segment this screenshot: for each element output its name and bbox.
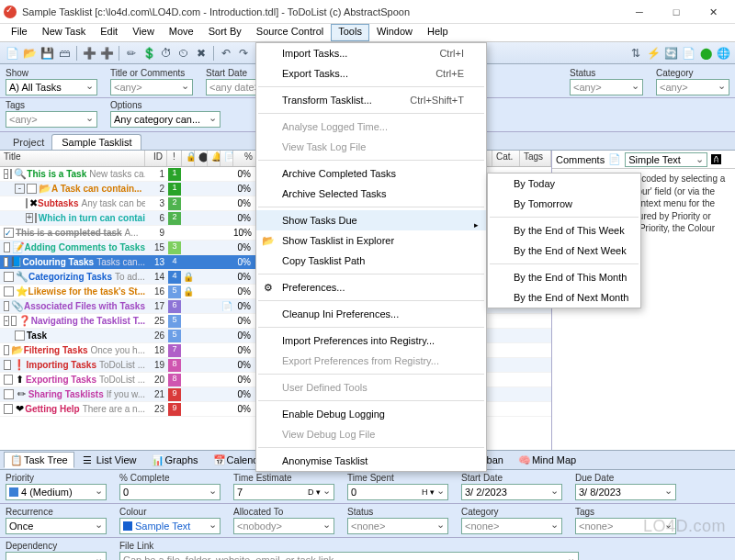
menu-sortby[interactable]: Sort By	[201, 24, 249, 41]
prop-category[interactable]: <none>	[461, 518, 562, 534]
open-icon[interactable]: 📂	[21, 45, 38, 62]
save-icon[interactable]: 💾	[39, 45, 55, 62]
comments-font-btn[interactable]: 🅰	[711, 154, 721, 165]
menu-help[interactable]: Help	[420, 24, 456, 41]
menuitem-show-tasks-due[interactable]: Show Tasks Due	[256, 210, 486, 230]
show-combo[interactable]: A) All Tasks	[6, 79, 97, 95]
prop-recurrence[interactable]: Once	[6, 518, 107, 534]
col-priority[interactable]: !	[167, 151, 182, 166]
menuitem-anonymise-tasklist[interactable]: Anonymise Tasklist	[256, 451, 486, 471]
prop-label: Start Date	[461, 473, 562, 483]
menu-newtask[interactable]: New Task	[35, 24, 93, 41]
col-reminder[interactable]: 🔔	[208, 151, 220, 166]
project-tab[interactable]: Sample Tasklist	[51, 134, 141, 150]
titlefilter-combo[interactable]: <any>	[110, 79, 193, 95]
undo-icon[interactable]: ↶	[218, 45, 234, 62]
prop-status[interactable]: <none>	[347, 518, 448, 534]
prop-priority[interactable]: 4 (Medium)	[6, 484, 107, 500]
menuitem-by-the-end-of-next-month[interactable]: By the End of Next Month	[488, 287, 640, 308]
menuitem-export-tasks-[interactable]: Export Tasks...Ctrl+E	[256, 63, 486, 84]
menuitem-import-tasks-[interactable]: Import Tasks...Ctrl+I	[256, 43, 486, 63]
delete-icon[interactable]: ✖	[193, 45, 209, 62]
menuitem-cleanup-ini-preferences-[interactable]: Cleanup Ini Preferences...	[256, 304, 486, 324]
menuitem-archive-completed-tasks[interactable]: Archive Completed Tasks	[256, 163, 486, 184]
doc-icon[interactable]: 📄	[680, 45, 696, 62]
timer-icon[interactable]: ⏲	[175, 45, 192, 62]
saveall-icon[interactable]: 🗃	[56, 45, 73, 62]
project-label: Project	[6, 135, 51, 150]
redo-icon[interactable]: ↷	[235, 45, 252, 62]
newsubtask-icon[interactable]: ➕	[98, 45, 115, 62]
menu-tools[interactable]: Tools	[331, 24, 369, 41]
col-cat[interactable]: Cat.	[492, 151, 520, 166]
menuitem-show-tasklist-in-explorer[interactable]: 📂Show Tasklist in Explorer	[256, 230, 486, 251]
menuitem-import-preferences-into-registry-[interactable]: Import Preferences into Registry...	[256, 330, 486, 351]
show-label: Show	[6, 68, 97, 78]
menuitem-view-debug-log-file: View Debug Log File	[256, 424, 486, 444]
prop-startdate[interactable]: 3/ 2/2023	[461, 484, 562, 500]
menuitem-archive-selected-tasks[interactable]: Archive Selected Tasks	[256, 184, 486, 204]
close-button[interactable]: ✕	[695, 2, 731, 22]
options-combo[interactable]: Any category can...	[110, 111, 220, 128]
menuitem-preferences-[interactable]: ⚙Preferences...	[256, 277, 486, 297]
prop-timeestimate[interactable]: 7 D ▾	[233, 484, 334, 500]
menuitem-by-the-end-of-this-month[interactable]: By the End of This Month	[488, 267, 640, 287]
col-dep[interactable]: ⬤	[195, 151, 208, 166]
prop-duedate[interactable]: 3/ 8/2023	[575, 484, 676, 500]
showtasksdue-submenu[interactable]: By TodayBy TomorrowBy the End of This We…	[487, 173, 641, 308]
col-file[interactable]: 📄	[220, 151, 233, 166]
menu-view[interactable]: View	[125, 24, 162, 41]
prop-dependency[interactable]	[6, 552, 107, 560]
cost-icon[interactable]: 💲	[141, 45, 157, 62]
newtask-icon[interactable]: ➕	[81, 45, 97, 62]
web-icon[interactable]: 🌐	[715, 45, 731, 62]
menuitem-copy-tasklist-path[interactable]: Copy Tasklist Path	[256, 251, 486, 271]
prop-colour[interactable]: Sample Text	[119, 518, 220, 534]
new-icon[interactable]: 📄	[4, 45, 20, 62]
bolt-icon[interactable]: ⚡	[645, 45, 662, 62]
view-tab-list-view[interactable]: ☰List View	[76, 452, 143, 468]
menu-edit[interactable]: Edit	[93, 24, 125, 41]
minimize-button[interactable]: ─	[621, 2, 658, 22]
menuitem-user-defined-tools: User Defined Tools	[256, 377, 486, 398]
tools-menu-dropdown[interactable]: Import Tasks...Ctrl+IExport Tasks...Ctrl…	[255, 42, 487, 472]
clock-icon[interactable]: ⏱	[158, 45, 175, 62]
view-tab-graphs[interactable]: 📊Graphs	[145, 452, 205, 468]
menuitem-by-today[interactable]: By Today	[488, 174, 640, 194]
refresh-icon[interactable]: 🔄	[662, 45, 679, 62]
status-combo[interactable]: <any>	[570, 79, 643, 95]
menu-move[interactable]: Move	[162, 24, 201, 41]
menuitem-by-the-end-of-this-week[interactable]: By the End of This Week	[488, 220, 640, 241]
view-tab-task-tree[interactable]: 📋Task Tree	[4, 452, 74, 468]
properties-row-3: DependencyFile LinkCan be a file, folder…	[0, 538, 735, 560]
menu-window[interactable]: Window	[369, 24, 420, 41]
col-pct[interactable]: %	[233, 151, 257, 166]
category-label: Category	[656, 68, 729, 78]
prop-allocatedto[interactable]: <nobody>	[233, 518, 334, 534]
menuitem-by-the-end-of-next-week[interactable]: By the End of Next Week	[488, 241, 640, 261]
menuitem-enable-debug-logging[interactable]: Enable Debug Logging	[256, 404, 486, 424]
col-lock[interactable]: 🔒	[182, 151, 195, 166]
prop-filelink[interactable]: Can be a file, folder, website, email, o…	[119, 552, 579, 560]
prop-complete[interactable]: 0	[119, 484, 220, 500]
sort-icon[interactable]: ⇅	[628, 45, 644, 62]
category-combo[interactable]: <any>	[656, 79, 729, 95]
prop-label: Time Spent	[347, 473, 448, 483]
view-tab-mind-map[interactable]: 🧠Mind Map	[512, 452, 582, 468]
col-title[interactable]: Title	[0, 151, 145, 166]
col-tags[interactable]: Tags	[520, 151, 551, 166]
menuitem-transform-tasklist-[interactable]: Transform Tasklist...Ctrl+Shift+T	[256, 90, 486, 110]
titlefilter-label: Title or Comments	[110, 68, 193, 78]
titlebar: Sample Tasklist [c:\lo4d.com\LO4D.com - …	[0, 0, 735, 24]
prop-timespent[interactable]: 0 H ▾	[347, 484, 448, 500]
comments-type-combo[interactable]: Simple Text	[625, 152, 707, 167]
tags-combo[interactable]: <any>	[6, 111, 97, 128]
menuitem-by-tomorrow[interactable]: By Tomorrow	[488, 194, 640, 214]
col-id[interactable]: ID	[145, 151, 167, 166]
prop-label: Recurrence	[6, 507, 107, 517]
menu-sourcecontrol[interactable]: Source Control	[249, 24, 331, 41]
edit-icon[interactable]: ✏	[123, 45, 140, 62]
item-icon[interactable]: ⬤	[697, 45, 714, 62]
maximize-button[interactable]: □	[658, 2, 695, 22]
menu-file[interactable]: File	[4, 24, 35, 41]
